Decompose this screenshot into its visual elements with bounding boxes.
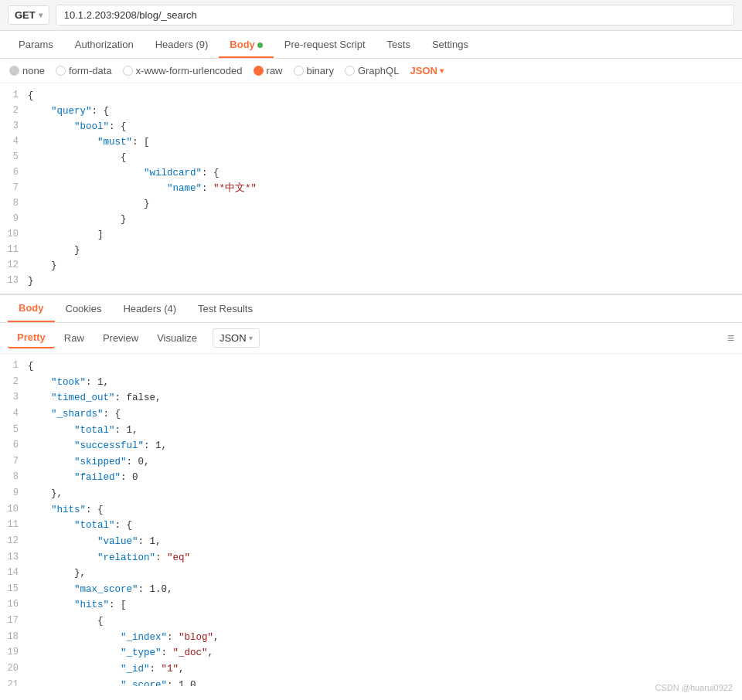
line-number: 13: [0, 550, 28, 566]
line-number: 17: [0, 613, 28, 629]
code-content: "value": 1,: [28, 534, 742, 550]
code-content: "wildcard": {: [28, 165, 742, 181]
tab-headers[interactable]: Headers (9): [145, 31, 220, 58]
code-content: },: [28, 486, 742, 502]
request-code-line: 12 }: [0, 258, 742, 274]
line-number: 8: [0, 196, 28, 211]
line-number: 4: [0, 134, 28, 149]
line-number: 6: [0, 438, 28, 454]
code-content: },: [28, 566, 742, 582]
line-number: 10: [0, 502, 28, 518]
request-code-line: 11 }: [0, 243, 742, 258]
code-content: "must": [: [28, 134, 742, 150]
code-content: "failed": 0: [28, 470, 742, 486]
code-content: {: [28, 88, 742, 104]
view-pretty[interactable]: Pretty: [8, 328, 55, 348]
request-code-line: 7 "name": "*中文*": [0, 181, 742, 196]
code-content: "successful": 1,: [28, 438, 742, 454]
line-number: 14: [0, 566, 28, 581]
request-code-line: 8 }: [0, 196, 742, 212]
code-content: "took": 1,: [28, 375, 742, 391]
tab-params[interactable]: Params: [8, 31, 64, 58]
tab-body[interactable]: Body: [219, 31, 274, 58]
request-tabs: Params Authorization Headers (9) Body Pr…: [0, 31, 742, 59]
line-number: 12: [0, 534, 28, 549]
line-number: 16: [0, 597, 28, 613]
response-code-line: 8 "failed": 0: [0, 470, 742, 486]
code-content: "bool": {: [28, 119, 742, 134]
body-badge: [257, 42, 263, 48]
response-code-line: 13 "relation": "eq": [0, 550, 742, 566]
line-number: 3: [0, 119, 28, 134]
code-content: "hits": [: [28, 597, 742, 613]
line-number: 5: [0, 150, 28, 165]
response-code-line: 17 {: [0, 613, 742, 630]
line-number: 21: [0, 678, 28, 687]
resp-fmt-chevron-icon: ▾: [249, 334, 253, 342]
request-code-line: 2 "query": {: [0, 104, 742, 119]
response-code-line: 3 "timed_out": false,: [0, 390, 742, 406]
code-content: {: [28, 150, 742, 165]
line-number: 10: [0, 227, 28, 242]
response-code-line: 4 "_shards": {: [0, 406, 742, 423]
response-code-line: 20 "_id": "1",: [0, 661, 742, 678]
request-code-line: 10 ]: [0, 227, 742, 243]
radio-formdata-dot: [56, 66, 66, 76]
code-content: }: [28, 196, 742, 212]
tab-settings[interactable]: Settings: [421, 31, 479, 58]
response-code-line: 15 "max_score": 1.0,: [0, 582, 742, 598]
wrap-lines-icon[interactable]: ≡: [727, 331, 734, 345]
line-number: 1: [0, 88, 28, 103]
radio-graphql-dot: [345, 66, 355, 76]
url-input[interactable]: [56, 5, 734, 25]
tab-prerequest[interactable]: Pre-request Script: [274, 31, 376, 58]
view-visualize[interactable]: Visualize: [148, 328, 206, 348]
line-number: 11: [0, 518, 28, 533]
method-select[interactable]: GET ▾: [8, 5, 49, 25]
response-format-select[interactable]: JSON ▾: [213, 328, 260, 348]
radio-raw-dot: [254, 66, 264, 76]
body-type-urlencoded[interactable]: x-www-form-urlencoded: [123, 65, 243, 76]
tab-authorization[interactable]: Authorization: [64, 31, 145, 58]
line-number: 8: [0, 470, 28, 485]
resp-tab-headers[interactable]: Headers (4): [112, 296, 187, 321]
body-type-graphql[interactable]: GraphQL: [345, 65, 399, 76]
code-content: {: [28, 358, 742, 375]
code-content: "name": "*中文*": [28, 181, 742, 196]
view-raw[interactable]: Raw: [55, 328, 94, 348]
radio-urlencoded-dot: [123, 66, 133, 76]
request-code-editor[interactable]: 1{2 "query": {3 "bool": {4 "must": [5 {6…: [0, 83, 742, 294]
code-content: "_type": "_doc",: [28, 645, 742, 661]
line-number: 2: [0, 104, 28, 118]
tab-tests[interactable]: Tests: [376, 31, 421, 58]
response-code-line: 21 "_score": 1.0,: [0, 678, 742, 687]
body-type-formdata[interactable]: form-data: [56, 65, 112, 76]
request-code-line: 5 {: [0, 150, 742, 165]
code-content: }: [28, 212, 742, 227]
resp-tab-cookies[interactable]: Cookies: [55, 296, 113, 321]
response-code-line: 6 "successful": 1,: [0, 438, 742, 454]
request-code-line: 13}: [0, 274, 742, 289]
url-bar: GET ▾: [0, 0, 742, 31]
line-number: 9: [0, 486, 28, 501]
response-code-line: 11 "total": {: [0, 518, 742, 534]
request-code-line: 1{: [0, 88, 742, 104]
view-preview[interactable]: Preview: [94, 328, 148, 348]
response-code-line: 7 "skipped": 0,: [0, 454, 742, 471]
resp-tab-body[interactable]: Body: [8, 295, 55, 322]
json-format-select[interactable]: JSON ▾: [410, 65, 443, 76]
code-content: }: [28, 274, 742, 289]
line-number: 2: [0, 375, 28, 390]
response-code-line: 18 "_index": "blog",: [0, 630, 742, 646]
body-type-none[interactable]: none: [9, 65, 45, 76]
response-code-line: 10 "hits": {: [0, 502, 742, 518]
response-code-line: 9 },: [0, 486, 742, 502]
code-content: }: [28, 258, 742, 274]
request-code-line: 3 "bool": {: [0, 119, 742, 134]
body-type-binary[interactable]: binary: [294, 65, 334, 76]
response-code-line: 14 },: [0, 566, 742, 582]
line-number: 11: [0, 243, 28, 257]
response-code-line: 2 "took": 1,: [0, 375, 742, 391]
body-type-raw[interactable]: raw: [254, 65, 283, 76]
resp-tab-testresults[interactable]: Test Results: [187, 296, 264, 321]
